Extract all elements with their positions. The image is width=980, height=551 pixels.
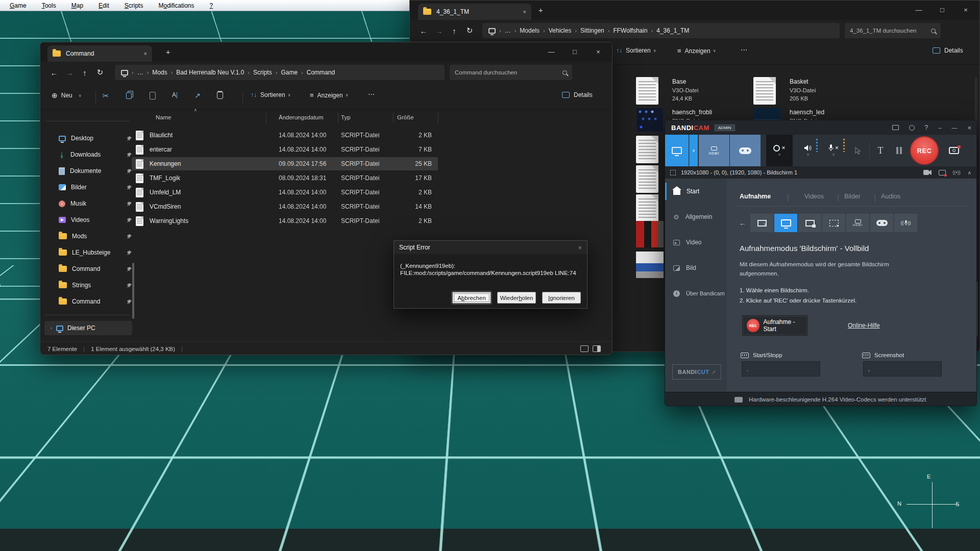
game-recording-mode-button[interactable] xyxy=(730,135,761,166)
breadcrumb-item[interactable]: Command xyxy=(307,69,335,76)
file-tile[interactable]: Base V3O-Datei 24,4 KB xyxy=(672,78,698,102)
back-icon[interactable]: ← xyxy=(46,65,62,80)
menu-help[interactable]: ? xyxy=(202,0,221,11)
menu-modifications[interactable]: Modifications xyxy=(151,0,202,11)
sidebar-item-bilder[interactable]: Bilder xyxy=(44,180,132,194)
broadcast-icon[interactable]: ((•)) xyxy=(953,170,961,175)
sidebar-item-dieser-pc[interactable]: › Dieser PC xyxy=(44,321,132,335)
tab-bilder[interactable]: Bilder xyxy=(844,193,861,200)
hotkey-screenshot-input[interactable] xyxy=(863,361,942,377)
breadcrumb-item[interactable]: Models xyxy=(520,27,540,34)
column-header-name[interactable]: Name xyxy=(156,114,172,120)
bandicut-banner[interactable]: BANDICUT ↗ xyxy=(672,364,721,380)
ignore-button[interactable]: Ignorieren xyxy=(542,292,581,304)
close-icon[interactable]: × xyxy=(578,244,582,252)
search-box[interactable]: 4_36_1_TM durchsuchen xyxy=(845,23,941,38)
menu-game[interactable]: Game xyxy=(2,0,34,11)
cut-icon[interactable]: ✂ xyxy=(103,91,109,101)
column-header-date[interactable]: Änderungsdatum xyxy=(279,114,324,120)
png-thumbnail[interactable] xyxy=(636,221,664,247)
details-pane-button[interactable]: Details xyxy=(933,47,963,54)
breadcrumb-ellipsis[interactable]: … xyxy=(505,27,511,34)
mode-fullscreen[interactable] xyxy=(774,214,797,232)
delete-icon[interactable] xyxy=(217,92,223,99)
view-button[interactable]: ≡ Anzeigen∨ xyxy=(677,47,716,55)
scrollbar-thumb[interactable] xyxy=(132,263,134,319)
column-header-size[interactable]: Größe xyxy=(397,114,414,120)
microphone-button[interactable]: ✕ ∨ xyxy=(821,135,846,166)
search-box[interactable]: Command durchsuchen xyxy=(450,65,572,80)
menu-edit[interactable]: Edit xyxy=(91,0,117,11)
rename-icon[interactable]: A| xyxy=(172,91,178,98)
pause-button[interactable] xyxy=(891,135,907,166)
mode-region-select[interactable]: ➤ xyxy=(822,214,845,232)
mode-audio-only[interactable]: (()) xyxy=(894,214,917,232)
sidebar-item-dokumente[interactable]: Dokumente xyxy=(44,164,132,178)
view-button[interactable]: ≡ Anzeigen∨ xyxy=(310,91,349,99)
webcam-button[interactable]: ✕ ∨ xyxy=(766,135,793,166)
file-tile-icon[interactable] xyxy=(636,165,658,193)
up-icon[interactable]: ↑ xyxy=(77,65,92,80)
screen-mode-dropdown[interactable]: ∨ xyxy=(689,135,698,166)
text-overlay-button[interactable]: T xyxy=(871,135,890,166)
list-view-toggle-icon[interactable] xyxy=(580,345,589,352)
file-row[interactable]: TMF_Logik08.09.2024 18:31SCRIPT-Datei17 … xyxy=(132,171,438,185)
maximize-button[interactable]: □ xyxy=(930,1,954,19)
minimize-button[interactable]: — xyxy=(540,42,563,61)
minimize-button[interactable]: — xyxy=(907,1,930,19)
file-tile[interactable]: Basket V3O-Datei 205 KB xyxy=(790,78,816,102)
breadcrumb-item[interactable]: FFWolfshain xyxy=(613,27,647,34)
abort-button[interactable]: Abbrechen xyxy=(452,292,491,304)
sort-button[interactable]: ↑↓ Sortieren∨ xyxy=(616,47,656,54)
open-folder-icon[interactable] xyxy=(892,125,899,130)
video-icon[interactable] xyxy=(923,170,932,175)
menu-map[interactable]: Map xyxy=(64,0,91,11)
breadcrumb-item[interactable]: Vehicles xyxy=(549,27,572,34)
new-button[interactable]: ⊕ Neu∨ xyxy=(52,91,82,99)
breadcrumb[interactable]: › … › Models › Vehicles › Sittingen › FF… xyxy=(482,23,840,38)
file-row[interactable]: VCmdSiren14.08.2024 14:00SCRIPT-Datei14 … xyxy=(132,200,438,213)
tab-aufnahme[interactable]: Aufnahme xyxy=(740,193,771,200)
file-row-selected[interactable]: Kennungen09.09.2024 17:56SCRIPT-Datei25 … xyxy=(132,157,438,170)
nav-bild[interactable]: Bild xyxy=(665,259,727,277)
png-thumbnail[interactable] xyxy=(636,252,664,278)
nav-ueber[interactable]: iÜber Bandicam xyxy=(665,285,727,302)
sidebar-item-videos[interactable]: ▶Videos xyxy=(44,213,132,227)
back-icon[interactable]: ← xyxy=(416,23,431,38)
tab-videos[interactable]: Videos xyxy=(804,193,824,200)
file-tile-icon[interactable] xyxy=(753,77,776,105)
refresh-icon[interactable]: ↻ xyxy=(462,23,477,38)
mode-custom-region[interactable]: ↘ xyxy=(750,214,773,232)
column-header-type[interactable]: Typ xyxy=(341,114,351,120)
paste-icon[interactable] xyxy=(150,92,156,99)
hotkey-start-stop-input[interactable] xyxy=(742,361,820,377)
speaker-button[interactable]: ∨ xyxy=(797,135,819,166)
breadcrumb-item[interactable]: Scripts xyxy=(253,69,272,76)
timer-icon[interactable] xyxy=(909,125,915,131)
sidebar-item-le-hubsteige[interactable]: LE_Hubsteige xyxy=(44,245,132,260)
close-button[interactable]: × xyxy=(586,42,610,61)
sidebar-item-musik[interactable]: ♪Musik xyxy=(44,196,132,211)
file-row[interactable]: WarningLights14.08.2024 14:00SCRIPT-Date… xyxy=(132,214,438,228)
tab-audios[interactable]: Audios xyxy=(881,193,900,200)
details-pane-button[interactable]: Details xyxy=(562,91,593,98)
mode-device[interactable]: HDMI xyxy=(846,214,869,232)
up-icon[interactable]: ↑ xyxy=(447,23,462,38)
file-tile-icon[interactable] xyxy=(636,77,658,105)
more-options-icon[interactable]: ⋯ xyxy=(368,90,375,98)
retry-button[interactable]: Wiederholen xyxy=(497,292,536,304)
forward-icon[interactable]: → xyxy=(62,65,77,80)
image-icon[interactable] xyxy=(939,170,946,176)
close-icon[interactable]: × xyxy=(967,124,971,132)
sidebar-item-strings[interactable]: Strings xyxy=(44,278,132,292)
new-tab-button[interactable]: + xyxy=(538,6,543,14)
minimize-icon[interactable]: — xyxy=(951,124,957,131)
breadcrumb-item[interactable]: Mods xyxy=(152,69,167,76)
menu-tools[interactable]: Tools xyxy=(34,0,64,11)
sidebar-item-mods[interactable]: Mods xyxy=(44,229,132,243)
online-help-link[interactable]: Online-Hilfe xyxy=(848,322,880,329)
maximize-button[interactable]: □ xyxy=(563,42,586,61)
nav-start[interactable]: Start xyxy=(665,183,727,200)
menu-scripts[interactable]: Scripts xyxy=(117,0,151,11)
breadcrumb-ellipsis[interactable]: … xyxy=(137,69,143,76)
